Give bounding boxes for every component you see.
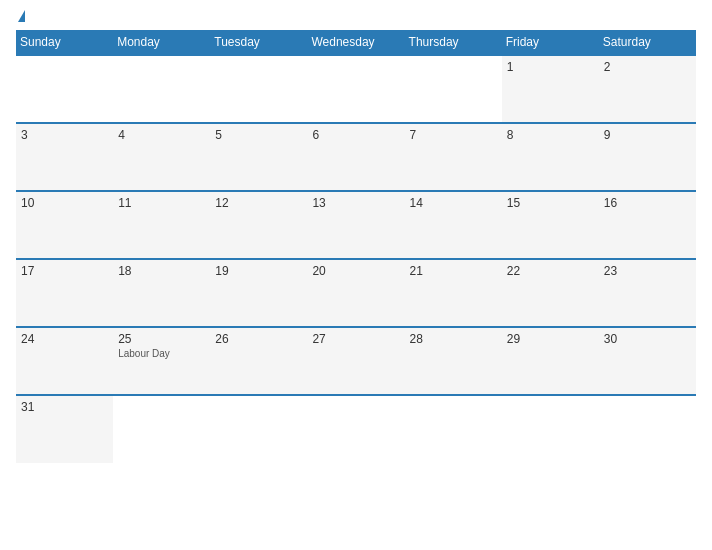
- day-number: 16: [604, 196, 691, 210]
- day-number: 12: [215, 196, 302, 210]
- day-number: 4: [118, 128, 205, 142]
- day-number: 28: [410, 332, 497, 346]
- day-number: 7: [410, 128, 497, 142]
- week-row-0: 12: [16, 55, 696, 123]
- weekday-header-friday: Friday: [502, 30, 599, 55]
- calendar-cell: 24: [16, 327, 113, 395]
- day-number: 14: [410, 196, 497, 210]
- calendar-cell: 21: [405, 259, 502, 327]
- day-number: 18: [118, 264, 205, 278]
- calendar-cell: [210, 55, 307, 123]
- calendar-cell: 23: [599, 259, 696, 327]
- calendar-cell: 5: [210, 123, 307, 191]
- week-row-3: 17181920212223: [16, 259, 696, 327]
- day-number: 6: [312, 128, 399, 142]
- calendar-cell: [405, 395, 502, 463]
- day-number: 13: [312, 196, 399, 210]
- day-number: 20: [312, 264, 399, 278]
- weekday-header-sunday: Sunday: [16, 30, 113, 55]
- holiday-label: Labour Day: [118, 348, 205, 359]
- weekday-header-wednesday: Wednesday: [307, 30, 404, 55]
- day-number: 19: [215, 264, 302, 278]
- week-row-4: 2425Labour Day2627282930: [16, 327, 696, 395]
- day-number: 5: [215, 128, 302, 142]
- calendar-cell: 26: [210, 327, 307, 395]
- day-number: 2: [604, 60, 691, 74]
- week-row-5: 31: [16, 395, 696, 463]
- day-number: 9: [604, 128, 691, 142]
- calendar-cell: 14: [405, 191, 502, 259]
- calendar-cell: [307, 395, 404, 463]
- calendar-cell: [307, 55, 404, 123]
- calendar-cell: 15: [502, 191, 599, 259]
- calendar-cell: [113, 395, 210, 463]
- day-number: 8: [507, 128, 594, 142]
- day-number: 21: [410, 264, 497, 278]
- week-row-1: 3456789: [16, 123, 696, 191]
- calendar-cell: 1: [502, 55, 599, 123]
- week-row-2: 10111213141516: [16, 191, 696, 259]
- day-number: 24: [21, 332, 108, 346]
- calendar-cell: 3: [16, 123, 113, 191]
- calendar-cell: 25Labour Day: [113, 327, 210, 395]
- calendar-cell: [405, 55, 502, 123]
- calendar-cell: [502, 395, 599, 463]
- calendar-table: SundayMondayTuesdayWednesdayThursdayFrid…: [16, 30, 696, 463]
- calendar-cell: 2: [599, 55, 696, 123]
- calendar-cell: 20: [307, 259, 404, 327]
- day-number: 22: [507, 264, 594, 278]
- calendar-cell: 12: [210, 191, 307, 259]
- calendar-cell: 13: [307, 191, 404, 259]
- logo-triangle-icon: [18, 10, 25, 22]
- day-number: 17: [21, 264, 108, 278]
- day-number: 30: [604, 332, 691, 346]
- day-number: 23: [604, 264, 691, 278]
- day-number: 27: [312, 332, 399, 346]
- day-number: 15: [507, 196, 594, 210]
- calendar-cell: 10: [16, 191, 113, 259]
- calendar-cell: 6: [307, 123, 404, 191]
- calendar-cell: 8: [502, 123, 599, 191]
- calendar-cell: 28: [405, 327, 502, 395]
- calendar-cell: 4: [113, 123, 210, 191]
- calendar-container: SundayMondayTuesdayWednesdayThursdayFrid…: [0, 0, 712, 550]
- day-number: 3: [21, 128, 108, 142]
- weekday-header-thursday: Thursday: [405, 30, 502, 55]
- calendar-cell: 16: [599, 191, 696, 259]
- calendar-cell: 29: [502, 327, 599, 395]
- calendar-cell: [599, 395, 696, 463]
- calendar-cell: 30: [599, 327, 696, 395]
- day-number: 11: [118, 196, 205, 210]
- calendar-cell: [16, 55, 113, 123]
- logo: [16, 10, 25, 22]
- weekday-header-saturday: Saturday: [599, 30, 696, 55]
- calendar-cell: [210, 395, 307, 463]
- calendar-cell: 11: [113, 191, 210, 259]
- calendar-header: [16, 10, 696, 22]
- weekday-header-tuesday: Tuesday: [210, 30, 307, 55]
- calendar-cell: 27: [307, 327, 404, 395]
- day-number: 1: [507, 60, 594, 74]
- calendar-cell: [113, 55, 210, 123]
- calendar-cell: 19: [210, 259, 307, 327]
- calendar-cell: 17: [16, 259, 113, 327]
- day-number: 26: [215, 332, 302, 346]
- day-number: 31: [21, 400, 108, 414]
- calendar-cell: 22: [502, 259, 599, 327]
- weekday-header-row: SundayMondayTuesdayWednesdayThursdayFrid…: [16, 30, 696, 55]
- day-number: 29: [507, 332, 594, 346]
- calendar-cell: 18: [113, 259, 210, 327]
- day-number: 25: [118, 332, 205, 346]
- calendar-cell: 9: [599, 123, 696, 191]
- weekday-header-monday: Monday: [113, 30, 210, 55]
- calendar-cell: 7: [405, 123, 502, 191]
- day-number: 10: [21, 196, 108, 210]
- calendar-cell: 31: [16, 395, 113, 463]
